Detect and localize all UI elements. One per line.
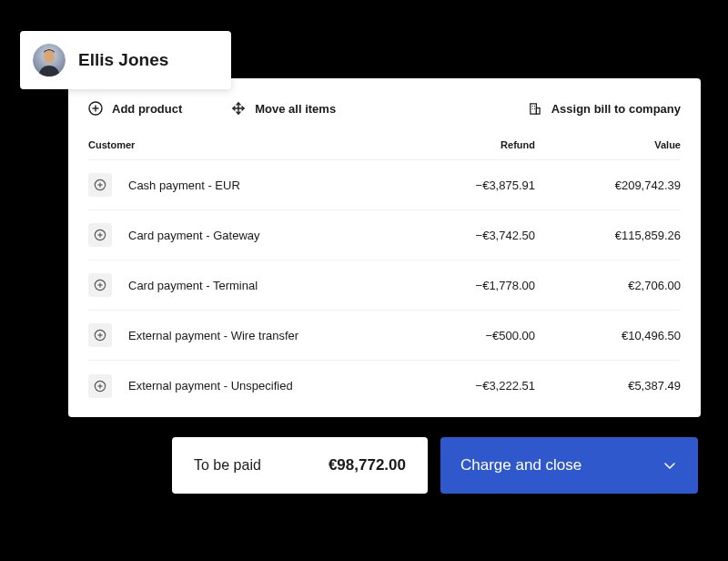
charge-button-label: Charge and close: [460, 456, 662, 474]
chevron-down-icon: [662, 457, 678, 474]
bill-card: Add product Move all items: [68, 78, 701, 417]
row-label: Card payment - Gateway: [128, 229, 389, 242]
row-refund: −€3,875.91: [389, 178, 535, 192]
charge-and-close-button[interactable]: Charge and close: [440, 437, 698, 494]
add-product-label: Add product: [112, 102, 182, 116]
svg-rect-7: [531, 103, 537, 113]
row-value: €209,742.39: [535, 178, 681, 192]
row-value: €10,496.50: [535, 329, 681, 342]
svg-rect-8: [537, 107, 541, 114]
row-refund: −€1,778.00: [389, 279, 535, 292]
table-row: Card payment - Gateway−€3,742.50€115,859…: [88, 210, 681, 260]
svg-point-1: [44, 50, 55, 63]
plus-circle-icon: [88, 101, 103, 116]
footer: To be paid €98,772.00 Charge and close: [172, 437, 698, 494]
add-product-button[interactable]: Add product: [88, 101, 182, 116]
row-refund: −€500.00: [389, 329, 535, 342]
table-row: External payment - Wire transfer−€500.00…: [88, 311, 681, 361]
expand-row-button[interactable]: [88, 173, 112, 197]
to-be-paid-value: €98,772.00: [329, 456, 406, 474]
row-label: External payment - Unspecified: [128, 379, 389, 393]
move-all-items-label: Move all items: [255, 102, 336, 116]
to-be-paid-label: To be paid: [194, 457, 261, 474]
row-value: €115,859.26: [535, 229, 681, 242]
move-icon: [231, 101, 246, 116]
table-header: Customer Refund Value: [88, 129, 681, 160]
row-value: €5,387.49: [535, 379, 681, 393]
toolbar: Add product Move all items: [88, 95, 681, 122]
company-icon: [528, 101, 542, 116]
move-all-items-button[interactable]: Move all items: [231, 101, 336, 116]
expand-row-button[interactable]: [88, 223, 112, 247]
header-value: Value: [535, 139, 681, 150]
row-label: Cash payment - EUR: [128, 178, 389, 192]
customer-card: Ellis Jones: [20, 31, 231, 89]
header-customer: Customer: [88, 139, 389, 150]
customer-name: Ellis Jones: [78, 50, 168, 70]
expand-row-button[interactable]: [88, 273, 112, 297]
assign-bill-label: Assign bill to company: [551, 102, 681, 116]
avatar: [33, 44, 66, 76]
table-body: Cash payment - EUR−€3,875.91€209,742.39C…: [88, 160, 681, 411]
row-value: €2,706.00: [535, 279, 681, 292]
table-row: Cash payment - EUR−€3,875.91€209,742.39: [88, 160, 681, 210]
assign-bill-button[interactable]: Assign bill to company: [528, 101, 681, 116]
expand-row-button[interactable]: [88, 374, 112, 398]
expand-row-button[interactable]: [88, 323, 112, 347]
row-label: External payment - Wire transfer: [128, 329, 389, 342]
header-refund: Refund: [389, 139, 535, 150]
to-be-paid-panel: To be paid €98,772.00: [172, 437, 428, 494]
row-label: Card payment - Terminal: [128, 279, 389, 292]
row-refund: −€3,222.51: [389, 379, 535, 393]
table-row: Card payment - Terminal−€1,778.00€2,706.…: [88, 260, 681, 311]
table-row: External payment - Unspecified−€3,222.51…: [88, 361, 681, 411]
row-refund: −€3,742.50: [389, 229, 535, 242]
